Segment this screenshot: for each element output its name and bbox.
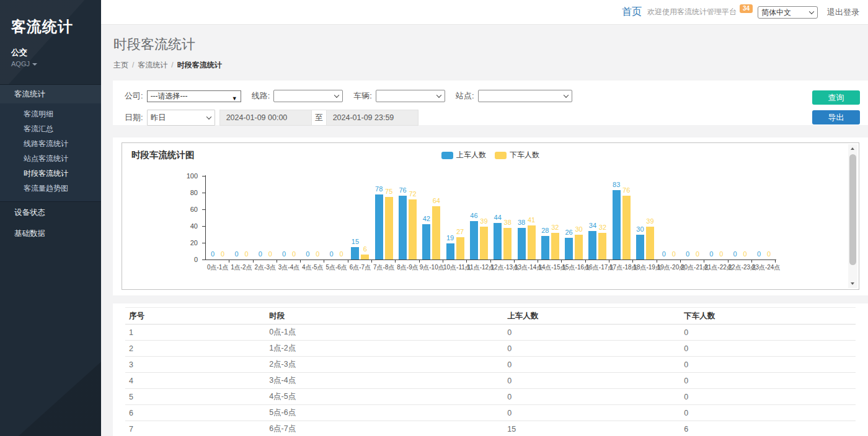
page-heading: 时段客流统计 主页/客流统计/时段客流统计 — [101, 25, 868, 81]
query-button[interactable]: 查询 — [812, 90, 860, 105]
x-tick-label: 5点-6点 — [324, 263, 348, 272]
bar-value: 0 — [757, 250, 761, 258]
x-tick-label: 6点-7点 — [348, 263, 372, 272]
bar-series-0: 42 — [422, 224, 430, 259]
bar-group: 002点-3点 — [254, 176, 277, 259]
x-tick-label: 18点-19点 — [633, 263, 657, 272]
logout-link[interactable]: 退出登录 — [827, 7, 859, 18]
sidebar-item[interactable]: 设备状态 — [0, 202, 101, 223]
breadcrumb-current: 时段客流统计 — [177, 61, 222, 69]
x-tick-label: 17点-18点 — [609, 263, 633, 272]
x-tick-label: 4点-5点 — [301, 263, 324, 272]
bar-value: 28 — [541, 227, 549, 234]
y-tick-label: 100 — [173, 172, 198, 180]
user-menu[interactable]: AQGJ — [11, 60, 90, 68]
x-tick-label: 15点-16点 — [562, 263, 585, 272]
bar-series-1: 32 — [598, 233, 606, 259]
caret-down-icon — [32, 63, 37, 66]
bar-series-0: 46 — [470, 221, 478, 259]
bar-value: 0 — [268, 250, 272, 258]
x-tick-label: 16点-17点 — [586, 263, 609, 272]
bar-group: 0019点-20点 — [657, 176, 681, 259]
legend-label: 上车人数 — [456, 150, 486, 160]
legend-item[interactable]: 上车人数 — [441, 150, 486, 160]
table-cell: 0点-1点 — [265, 325, 503, 341]
x-tick-label: 0点-1点 — [206, 263, 229, 272]
table-cell: 5 — [125, 389, 265, 405]
company-select[interactable]: ---请选择--- — [147, 90, 241, 102]
bar-value: 0 — [221, 250, 224, 258]
sidebar-item[interactable]: 客流统计 — [0, 84, 101, 103]
table-cell: 3 — [125, 357, 265, 373]
bar-group: 192710点-11点 — [443, 176, 467, 259]
table-body: 10点-1点0021点-2点0032点-3点0043点-4点0054点-5点00… — [125, 325, 856, 436]
bar-value: 15 — [352, 238, 359, 245]
vehicle-label: 车辆: — [353, 90, 372, 102]
bar-group: 42649点-10点 — [420, 176, 443, 259]
x-tick-label: 3点-4点 — [277, 263, 301, 272]
sidebar-subitem[interactable]: 线路客流统计 — [0, 136, 101, 151]
bar-value: 30 — [636, 225, 644, 233]
y-tick-label: 40 — [173, 222, 198, 230]
y-tick-label: 0 — [173, 256, 198, 263]
bar-value: 0 — [244, 250, 248, 258]
sidebar-subitem[interactable]: 站点客流统计 — [0, 151, 101, 166]
legend-swatch-icon — [495, 152, 507, 159]
station-select[interactable] — [478, 90, 572, 102]
table-header-cell: 下车人数 — [680, 308, 856, 325]
bar-group: 78757点-8点 — [372, 176, 396, 259]
vehicle-select[interactable] — [376, 90, 445, 102]
bar-value: 0 — [340, 250, 343, 258]
table-panel: 序号时段上车人数下车人数 10点-1点0021点-2点0032点-3点0043点… — [113, 303, 868, 436]
language-select-wrap: 简体中文 — [758, 6, 818, 19]
scroll-up-arrow-icon[interactable] — [851, 147, 854, 150]
bar-value: 39 — [480, 217, 487, 225]
company-select-value: ---请选择--- — [151, 92, 188, 100]
chart-scrollbar[interactable] — [848, 144, 857, 288]
table-cell: 4 — [125, 373, 265, 389]
table-cell: 1 — [125, 325, 265, 341]
sidebar-menu: 客流统计客流明细客流汇总线路客流统计站点客流统计时段客流统计客流量趋势图设备状态… — [0, 84, 101, 244]
filter-panel: 公司: ---请选择--- 线路: 车辆: 站点: 日期: 昨日 2024-01… — [113, 81, 868, 125]
chart-title: 时段车流统计图 — [131, 149, 195, 161]
sidebar-subitem[interactable]: 客流明细 — [0, 107, 101, 121]
scroll-down-arrow-icon[interactable] — [851, 282, 854, 285]
bar-value: 30 — [575, 225, 582, 233]
bar-value: 0 — [282, 250, 286, 258]
bar-series-0: 15 — [351, 247, 359, 259]
bar-group: 0022点-23点 — [728, 176, 752, 259]
bar-group: 303918点-19点 — [633, 176, 657, 259]
x-tick-label: 20点-21点 — [681, 263, 704, 272]
table-row: 21点-2点00 — [125, 341, 856, 357]
legend-item[interactable]: 下车人数 — [495, 150, 539, 160]
table-cell: 0 — [503, 325, 680, 341]
home-link[interactable]: 首页 — [622, 6, 642, 19]
bar-series-0: 30 — [636, 235, 644, 260]
language-select[interactable]: 简体中文 — [758, 6, 818, 19]
date-label: 日期: — [125, 112, 143, 123]
date-start-input[interactable]: 2024-01-09 00:00 — [220, 110, 311, 125]
scrollbar-thumb[interactable] — [849, 154, 856, 265]
chart-card: 时段车流统计图 上车人数下车人数 020406080100 000点-1点001… — [122, 142, 859, 290]
table-cell: 0 — [680, 341, 856, 357]
sidebar-subitem[interactable]: 客流汇总 — [0, 121, 101, 136]
export-button[interactable]: 导出 — [812, 110, 860, 124]
sidebar-subitem[interactable]: 时段客流统计 — [0, 166, 101, 181]
x-tick-label: 12点-13点 — [491, 263, 515, 272]
bar-value: 26 — [565, 229, 572, 236]
sidebar-item[interactable]: 基础数据 — [0, 223, 101, 244]
x-tick-label: 23点-24点 — [752, 263, 776, 272]
table-cell: 0 — [680, 373, 856, 389]
table-row: 54点-5点00 — [125, 389, 856, 405]
x-tick-label: 2点-3点 — [254, 263, 277, 272]
bar-series-0: 19 — [446, 243, 454, 259]
bar-group: 384113点-14点 — [515, 176, 538, 259]
breadcrumb-section[interactable]: 客流统计 — [138, 61, 167, 69]
y-tick-label: 20 — [173, 239, 198, 246]
breadcrumb-home[interactable]: 主页 — [113, 61, 128, 69]
sidebar-subitem[interactable]: 客流量趋势图 — [0, 181, 101, 196]
line-select[interactable] — [273, 90, 343, 102]
date-preset-select[interactable]: 昨日 — [147, 110, 215, 126]
notification-badge[interactable]: 34 — [740, 4, 753, 13]
date-end-input[interactable]: 2024-01-09 23:59 — [327, 110, 418, 125]
